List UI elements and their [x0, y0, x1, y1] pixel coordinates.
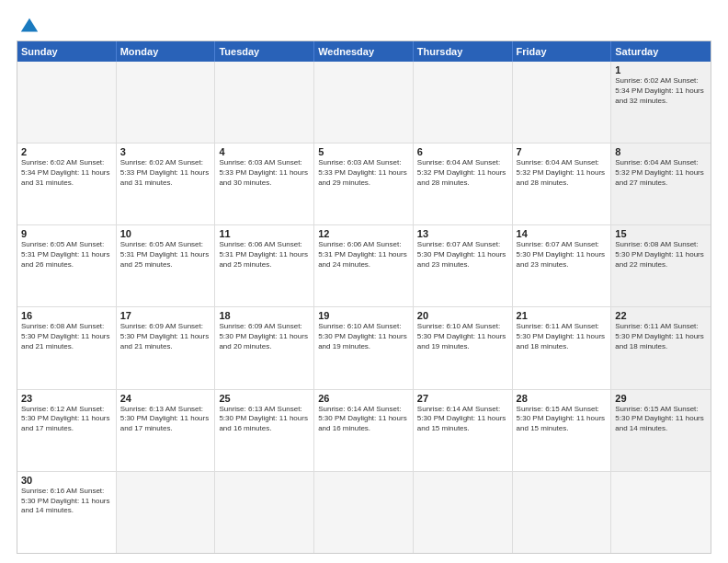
calendar-cell: [215, 472, 314, 553]
day-number: 30: [21, 475, 112, 486]
day-number: 9: [21, 228, 112, 239]
day-info: Sunrise: 6:02 AM Sunset: 5:34 PM Dayligh…: [615, 76, 707, 106]
calendar-cell: 14Sunrise: 6:07 AM Sunset: 5:30 PM Dayli…: [513, 225, 612, 307]
svg-marker-0: [21, 18, 38, 32]
calendar: SundayMondayTuesdayWednesdayThursdayFrid…: [17, 40, 711, 554]
calendar-cell: 26Sunrise: 6:14 AM Sunset: 5:30 PM Dayli…: [314, 390, 414, 472]
day-info: Sunrise: 6:12 AM Sunset: 5:30 PM Dayligh…: [21, 405, 112, 434]
day-number: 14: [517, 228, 608, 239]
calendar-cell: 3Sunrise: 6:02 AM Sunset: 5:33 PM Daylig…: [117, 144, 216, 225]
day-info: Sunrise: 6:10 AM Sunset: 5:30 PM Dayligh…: [318, 322, 409, 351]
day-info: Sunrise: 6:03 AM Sunset: 5:33 PM Dayligh…: [219, 158, 310, 188]
calendar-cell: 5Sunrise: 6:03 AM Sunset: 5:33 PM Daylig…: [314, 144, 414, 225]
logo: [17, 17, 40, 33]
calendar-cell: [611, 472, 711, 553]
calendar-cell: 24Sunrise: 6:13 AM Sunset: 5:30 PM Dayli…: [117, 390, 216, 472]
day-number: 10: [120, 228, 211, 239]
logo-icon: [19, 17, 40, 37]
day-info: Sunrise: 6:08 AM Sunset: 5:30 PM Dayligh…: [615, 240, 707, 270]
day-number: 29: [615, 393, 707, 404]
day-info: Sunrise: 6:04 AM Sunset: 5:32 PM Dayligh…: [417, 158, 508, 188]
day-number: 18: [219, 310, 310, 321]
day-number: 23: [21, 393, 112, 404]
day-info: Sunrise: 6:11 AM Sunset: 5:30 PM Dayligh…: [517, 322, 608, 351]
calendar-cell: 18Sunrise: 6:09 AM Sunset: 5:30 PM Dayli…: [215, 307, 314, 389]
calendar-day-header: Thursday: [414, 41, 513, 62]
calendar-cell: 30Sunrise: 6:16 AM Sunset: 5:30 PM Dayli…: [17, 472, 117, 553]
day-info: Sunrise: 6:07 AM Sunset: 5:30 PM Dayligh…: [517, 240, 608, 270]
day-info: Sunrise: 6:09 AM Sunset: 5:30 PM Dayligh…: [120, 322, 211, 351]
calendar-day-header: Friday: [513, 41, 612, 62]
calendar-day-header: Saturday: [611, 41, 711, 62]
calendar-cell: 6Sunrise: 6:04 AM Sunset: 5:32 PM Daylig…: [414, 144, 513, 225]
calendar-body: 1Sunrise: 6:02 AM Sunset: 5:34 PM Daylig…: [17, 62, 711, 553]
calendar-cell: 25Sunrise: 6:13 AM Sunset: 5:30 PM Dayli…: [215, 390, 314, 472]
calendar-cell: 20Sunrise: 6:10 AM Sunset: 5:30 PM Dayli…: [414, 307, 513, 389]
day-number: 2: [21, 146, 112, 157]
calendar-cell: 11Sunrise: 6:06 AM Sunset: 5:31 PM Dayli…: [215, 225, 314, 307]
day-number: 8: [615, 146, 707, 157]
day-info: Sunrise: 6:04 AM Sunset: 5:32 PM Dayligh…: [517, 158, 608, 188]
calendar-cell: [17, 62, 117, 144]
calendar-day-header: Sunday: [17, 41, 117, 62]
day-number: 12: [318, 228, 409, 239]
calendar-cell: 21Sunrise: 6:11 AM Sunset: 5:30 PM Dayli…: [513, 307, 612, 389]
day-info: Sunrise: 6:03 AM Sunset: 5:33 PM Dayligh…: [318, 158, 409, 188]
calendar-cell: 29Sunrise: 6:15 AM Sunset: 5:30 PM Dayli…: [611, 390, 711, 472]
calendar-cell: 17Sunrise: 6:09 AM Sunset: 5:30 PM Dayli…: [117, 307, 216, 389]
day-number: 25: [219, 393, 310, 404]
day-number: 15: [615, 228, 707, 239]
calendar-cell: 23Sunrise: 6:12 AM Sunset: 5:30 PM Dayli…: [17, 390, 117, 472]
calendar-header: SundayMondayTuesdayWednesdayThursdayFrid…: [17, 41, 711, 62]
day-number: 27: [417, 393, 508, 404]
day-number: 28: [517, 393, 608, 404]
calendar-cell: 8Sunrise: 6:04 AM Sunset: 5:32 PM Daylig…: [611, 144, 711, 225]
day-info: Sunrise: 6:13 AM Sunset: 5:30 PM Dayligh…: [120, 405, 211, 434]
day-info: Sunrise: 6:15 AM Sunset: 5:30 PM Dayligh…: [615, 405, 707, 434]
day-info: Sunrise: 6:02 AM Sunset: 5:33 PM Dayligh…: [120, 158, 211, 188]
calendar-cell: 13Sunrise: 6:07 AM Sunset: 5:30 PM Dayli…: [414, 225, 513, 307]
day-number: 3: [120, 146, 211, 157]
day-info: Sunrise: 6:02 AM Sunset: 5:34 PM Dayligh…: [21, 158, 112, 188]
calendar-cell: 22Sunrise: 6:11 AM Sunset: 5:30 PM Dayli…: [611, 307, 711, 389]
calendar-cell: [414, 472, 513, 553]
calendar-cell: 10Sunrise: 6:05 AM Sunset: 5:31 PM Dayli…: [117, 225, 216, 307]
calendar-cell: 15Sunrise: 6:08 AM Sunset: 5:30 PM Dayli…: [611, 225, 711, 307]
day-number: 24: [120, 393, 211, 404]
calendar-day-header: Wednesday: [314, 41, 414, 62]
calendar-cell: 12Sunrise: 6:06 AM Sunset: 5:31 PM Dayli…: [314, 225, 414, 307]
calendar-cell: 19Sunrise: 6:10 AM Sunset: 5:30 PM Dayli…: [314, 307, 414, 389]
day-number: 22: [615, 310, 707, 321]
day-number: 16: [21, 310, 112, 321]
calendar-cell: 7Sunrise: 6:04 AM Sunset: 5:32 PM Daylig…: [513, 144, 612, 225]
day-number: 26: [318, 393, 409, 404]
day-info: Sunrise: 6:08 AM Sunset: 5:30 PM Dayligh…: [21, 322, 112, 351]
day-info: Sunrise: 6:14 AM Sunset: 5:30 PM Dayligh…: [318, 405, 409, 434]
day-info: Sunrise: 6:04 AM Sunset: 5:32 PM Dayligh…: [615, 158, 707, 188]
day-info: Sunrise: 6:11 AM Sunset: 5:30 PM Dayligh…: [615, 322, 707, 351]
day-info: Sunrise: 6:05 AM Sunset: 5:31 PM Dayligh…: [120, 240, 211, 270]
page: SundayMondayTuesdayWednesdayThursdayFrid…: [0, 0, 728, 563]
calendar-cell: [117, 472, 216, 553]
calendar-cell: [117, 62, 216, 144]
day-info: Sunrise: 6:10 AM Sunset: 5:30 PM Dayligh…: [417, 322, 508, 351]
calendar-cell: [513, 62, 612, 144]
day-info: Sunrise: 6:09 AM Sunset: 5:30 PM Dayligh…: [219, 322, 310, 351]
day-info: Sunrise: 6:07 AM Sunset: 5:30 PM Dayligh…: [417, 240, 508, 270]
day-number: 5: [318, 146, 409, 157]
day-number: 20: [417, 310, 508, 321]
day-number: 7: [517, 146, 608, 157]
day-info: Sunrise: 6:05 AM Sunset: 5:31 PM Dayligh…: [21, 240, 112, 270]
calendar-cell: 2Sunrise: 6:02 AM Sunset: 5:34 PM Daylig…: [17, 144, 117, 225]
day-info: Sunrise: 6:14 AM Sunset: 5:30 PM Dayligh…: [417, 405, 508, 434]
day-info: Sunrise: 6:15 AM Sunset: 5:30 PM Dayligh…: [517, 405, 608, 434]
calendar-cell: 28Sunrise: 6:15 AM Sunset: 5:30 PM Dayli…: [513, 390, 612, 472]
day-number: 17: [120, 310, 211, 321]
day-number: 13: [417, 228, 508, 239]
day-number: 1: [615, 64, 707, 75]
calendar-cell: 16Sunrise: 6:08 AM Sunset: 5:30 PM Dayli…: [17, 307, 117, 389]
day-info: Sunrise: 6:13 AM Sunset: 5:30 PM Dayligh…: [219, 405, 310, 434]
day-number: 4: [219, 146, 310, 157]
calendar-cell: 9Sunrise: 6:05 AM Sunset: 5:31 PM Daylig…: [17, 225, 117, 307]
day-number: 6: [417, 146, 508, 157]
